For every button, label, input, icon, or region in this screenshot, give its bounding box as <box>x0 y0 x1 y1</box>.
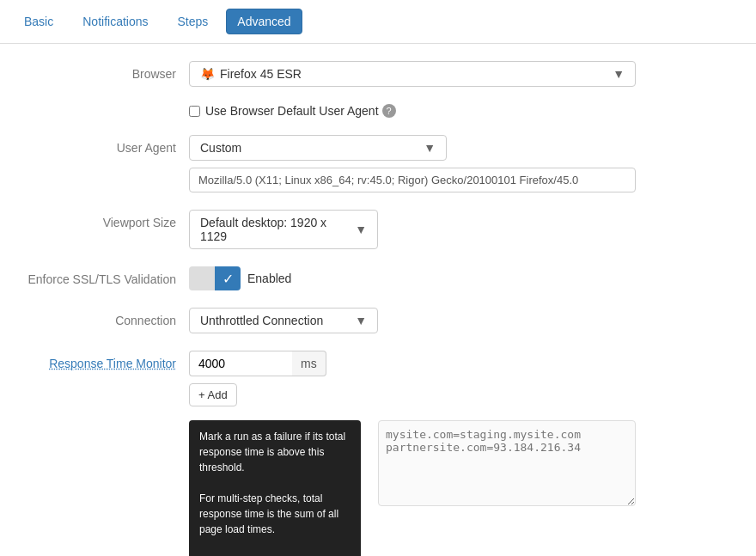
tab-notifications[interactable]: Notifications <box>71 9 159 34</box>
tooltip-line1: Mark a run as a failure if its total res… <box>199 429 351 475</box>
browser-row: Browser 🦊 Firefox 45 ESR ▼ <box>26 61 730 87</box>
viewport-size-control: Default desktop: 1920 x 1129 ▼ <box>189 210 730 249</box>
use-default-agent-checkbox[interactable] <box>189 106 200 117</box>
connection-selected-value: Unthrottled Connection <box>200 314 348 327</box>
user-agent-default-row: Use Browser Default User Agent ? <box>26 104 730 126</box>
response-time-label[interactable]: Response Time Monitor <box>26 351 189 370</box>
tooltip-line3: Maximum allowed value: 60000 <box>199 553 351 556</box>
response-time-tooltip: Mark a run as a failure if its total res… <box>189 420 361 556</box>
browser-control: 🦊 Firefox 45 ESR ▼ <box>189 61 730 87</box>
use-default-agent-label: Use Browser Default User Agent <box>205 104 379 118</box>
connection-caret-icon: ▼ <box>355 314 367 327</box>
response-time-unit: ms <box>292 351 326 376</box>
tab-bar: Basic Notifications Steps Advanced <box>0 0 756 44</box>
ssl-toggle[interactable]: ✓ <box>189 266 241 290</box>
user-agent-custom-input[interactable] <box>189 168 636 192</box>
tab-advanced[interactable]: Advanced <box>226 9 302 34</box>
ssl-validation-control: ✓ Enabled <box>189 266 730 290</box>
toggle-off-part <box>189 266 215 290</box>
response-time-control: ms + Add Mark a run as a failure if its … <box>189 351 730 556</box>
tooltip-line2: For multi-step checks, total response ti… <box>199 491 351 537</box>
viewport-caret-icon: ▼ <box>355 223 367 236</box>
tab-steps[interactable]: Steps <box>167 9 220 34</box>
tab-basic[interactable]: Basic <box>13 9 64 34</box>
browser-select[interactable]: 🦊 Firefox 45 ESR ▼ <box>189 61 636 87</box>
connection-select[interactable]: Unthrottled Connection ▼ <box>189 308 378 333</box>
browser-caret-icon: ▼ <box>613 67 625 81</box>
user-agent-caret-icon: ▼ <box>424 141 436 155</box>
hosts-textarea[interactable] <box>378 420 636 506</box>
connection-label: Connection <box>26 308 189 327</box>
browser-selected-value: Firefox 45 ESR <box>220 67 606 81</box>
viewport-size-label: Viewport Size <box>26 210 189 229</box>
use-default-agent-row: Use Browser Default User Agent ? <box>189 104 730 118</box>
browser-icon: 🦊 <box>200 67 215 81</box>
viewport-size-row: Viewport Size Default desktop: 1920 x 11… <box>26 210 730 249</box>
user-agent-default-label <box>26 104 189 110</box>
connection-control: Unthrottled Connection ▼ <box>189 308 730 333</box>
user-agent-label: User Agent <box>26 135 189 155</box>
ssl-validation-row: Enforce SSL/TLS Validation ✓ Enabled <box>26 266 730 290</box>
user-agent-selected-value: Custom <box>200 141 417 155</box>
toggle-on-part: ✓ <box>215 266 241 290</box>
user-agent-control: Custom ▼ <box>189 135 730 192</box>
user-agent-row: User Agent Custom ▼ <box>26 135 730 192</box>
ssl-toggle-label: Enabled <box>247 272 291 285</box>
user-agent-select[interactable]: Custom ▼ <box>189 135 447 161</box>
browser-label: Browser <box>26 61 189 81</box>
viewport-size-select[interactable]: Default desktop: 1920 x 1129 ▼ <box>189 210 378 249</box>
add-response-button[interactable]: + Add <box>189 383 237 406</box>
response-time-row: Response Time Monitor ms + Add Mark a ru… <box>26 351 730 556</box>
response-time-input-group: ms <box>189 351 326 376</box>
connection-row: Connection Unthrottled Connection ▼ <box>26 308 730 333</box>
ssl-toggle-wrap: ✓ Enabled <box>189 266 730 290</box>
help-icon[interactable]: ? <box>382 104 396 118</box>
checkmark-icon: ✓ <box>223 271 234 287</box>
ssl-validation-label: Enforce SSL/TLS Validation <box>26 266 189 286</box>
response-time-input[interactable] <box>189 351 292 376</box>
advanced-form: Browser 🦊 Firefox 45 ESR ▼ Use Browser D… <box>0 44 756 556</box>
viewport-size-selected-value: Default desktop: 1920 x 1129 <box>200 216 348 243</box>
user-agent-default-control: Use Browser Default User Agent ? <box>189 104 730 126</box>
